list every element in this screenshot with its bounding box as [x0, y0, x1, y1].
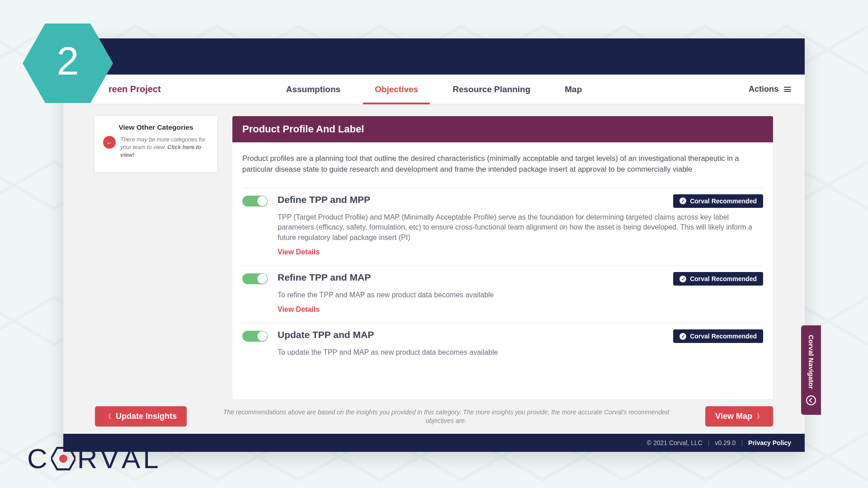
- objective-row: Refine TPP and MAP ✓ Corval Recommended …: [242, 265, 763, 323]
- tab-group: Assumptions Objectives Resource Planning…: [283, 75, 586, 103]
- objective-toggle[interactable]: [242, 196, 268, 206]
- hamburger-icon: [784, 87, 791, 91]
- objective-description: To update the TPP and MAP as new product…: [278, 347, 763, 357]
- tab-map[interactable]: Map: [561, 75, 585, 103]
- separator: |: [708, 439, 710, 446]
- objective-description: TPP (Target Product Profile) and MAP (Mi…: [278, 212, 763, 243]
- actions-menu[interactable]: Actions: [749, 84, 791, 94]
- tab-resource-planning[interactable]: Resource Planning: [449, 75, 534, 103]
- view-details-link[interactable]: View Details: [278, 305, 320, 314]
- sidebar-categories-card: View Other Categories ← There may be mor…: [95, 116, 217, 172]
- check-circle-icon: ✓: [679, 276, 686, 282]
- brand-logo: C R V A L: [27, 442, 160, 474]
- actions-label: Actions: [749, 84, 778, 94]
- footer-actions: 〈 Update Insights The recommendations ab…: [63, 399, 805, 434]
- objective-description: To refine the TPP and MAP as new product…: [278, 290, 763, 300]
- back-arrow-button[interactable]: ←: [103, 136, 116, 149]
- objective-title: Refine TPP and MAP: [278, 272, 666, 283]
- section-content: Product profiles are a planning tool tha…: [232, 142, 773, 399]
- objective-title: Define TPP and MPP: [278, 194, 666, 205]
- copyright: © 2021 Corval, LLC: [647, 439, 703, 446]
- step-badge: 2: [16, 18, 120, 108]
- footer-bar: © 2021 Corval, LLC | v0.29.0 | Privacy P…: [63, 434, 805, 452]
- check-circle-icon: ✓: [679, 197, 686, 204]
- sidebar-title: View Other Categories: [103, 123, 209, 131]
- app-header-bar: [63, 38, 805, 75]
- app-window: reen Project Assumptions Objectives Reso…: [63, 38, 805, 452]
- objective-row: Define TPP and MPP ✓ Corval Recommended …: [242, 188, 763, 265]
- recommended-badge: ✓ Corval Recommended: [673, 272, 763, 286]
- section-description: Product profiles are a planning tool tha…: [242, 153, 763, 175]
- recommended-badge: ✓ Corval Recommended: [673, 194, 763, 208]
- version: v0.29.0: [715, 439, 736, 446]
- section-title-bar: Product Profile And Label: [232, 116, 773, 142]
- tab-assumptions[interactable]: Assumptions: [283, 75, 344, 103]
- objective-toggle[interactable]: [242, 273, 268, 284]
- chevron-left-icon: 〈: [105, 413, 111, 421]
- view-details-link[interactable]: View Details: [278, 248, 320, 256]
- update-insights-button[interactable]: 〈 Update Insights: [95, 406, 187, 427]
- check-circle-icon: ✓: [679, 333, 686, 340]
- tab-objectives[interactable]: Objectives: [371, 75, 422, 103]
- logo-hex-icon: [51, 446, 75, 471]
- main-column: Product Profile And Label Product profil…: [232, 116, 773, 399]
- objective-toggle[interactable]: [242, 331, 268, 342]
- expand-circle-icon: [806, 395, 816, 405]
- corval-navigator-tab[interactable]: Corval Navigator: [801, 325, 821, 415]
- view-map-button[interactable]: View Map 〉: [705, 406, 773, 427]
- recommended-badge: ✓ Corval Recommended: [673, 329, 763, 343]
- objective-title: Update TPP and MAP: [278, 329, 666, 340]
- footer-note: The recommendations above are based on t…: [196, 408, 696, 425]
- arrow-left-icon: ←: [106, 139, 113, 146]
- step-number: 2: [57, 38, 79, 84]
- app-body: View Other Categories ← There may be mor…: [63, 104, 805, 399]
- privacy-policy-link[interactable]: Privacy Policy: [748, 439, 791, 446]
- separator: |: [741, 439, 743, 446]
- tab-bar: reen Project Assumptions Objectives Reso…: [63, 75, 805, 104]
- chevron-right-icon: 〉: [757, 413, 763, 421]
- side-tab-label: Corval Navigator: [807, 335, 815, 389]
- objective-row: Update TPP and MAP ✓ Corval Recommended …: [242, 323, 763, 366]
- sidebar-text: There may be more categories for your te…: [120, 136, 209, 159]
